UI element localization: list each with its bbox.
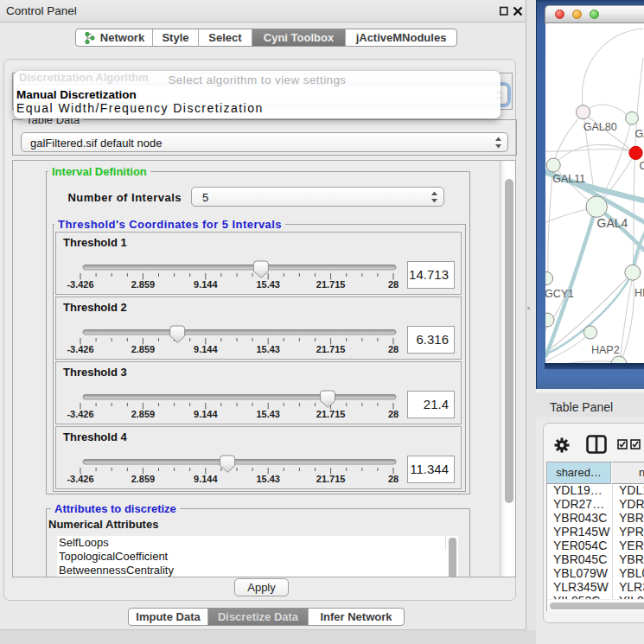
svg-text:2.859: 2.859 [131,344,156,354]
svg-text:2.859: 2.859 [131,279,156,290]
svg-text:9.144: 9.144 [194,344,218,354]
svg-text:9.144: 9.144 [194,474,218,484]
svg-text:9.144: 9.144 [194,279,218,290]
svg-text:21.715: 21.715 [316,474,346,484]
svg-text:28: 28 [388,344,399,354]
svg-text:C: C [640,160,644,172]
svg-text:-3.426: -3.426 [67,409,93,419]
svg-text:2.859: 2.859 [131,474,156,484]
svg-text:15.43: 15.43 [256,279,280,290]
svg-text:21.715: 21.715 [316,409,346,419]
svg-text:GAL4: GAL4 [597,216,628,230]
svg-text:15.43: 15.43 [256,409,280,419]
svg-text:21.715: 21.715 [316,344,346,354]
svg-text:9.144: 9.144 [194,409,218,419]
svg-text:GCY1: GCY1 [545,288,574,300]
svg-text:2.859: 2.859 [131,409,156,419]
svg-text:GAL80: GAL80 [583,121,617,133]
svg-text:HAP2: HAP2 [591,344,620,356]
svg-text:15.43: 15.43 [256,474,280,484]
svg-text:28: 28 [388,474,399,484]
svg-text:HI: HI [634,287,644,299]
svg-text:-3.426: -3.426 [67,344,93,354]
svg-text:15.43: 15.43 [256,344,280,354]
svg-text:21.715: 21.715 [316,279,346,290]
svg-text:-3.426: -3.426 [67,279,93,290]
svg-text:GAL11: GAL11 [552,173,585,185]
svg-text:28: 28 [388,279,399,290]
svg-text:-3.426: -3.426 [67,474,93,484]
svg-text:28: 28 [388,409,399,419]
svg-text:GA: GA [635,128,644,140]
